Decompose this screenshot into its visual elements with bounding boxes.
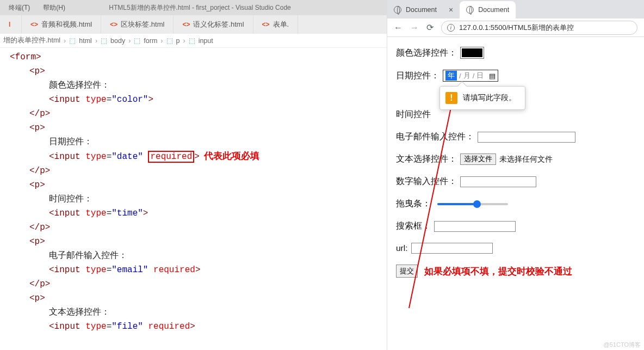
cube-icon: ⬚ bbox=[69, 36, 76, 45]
breadcrumb[interactable]: 增的表单控件.html ›⬚html ›⬚body ›⬚form ›⬚p ›⬚i… bbox=[0, 34, 387, 48]
url-label: url: bbox=[396, 243, 408, 253]
back-icon[interactable]: ← bbox=[394, 23, 403, 33]
browser-window: Document × Document ← → ⟳ i 127.0.0.1:55… bbox=[387, 0, 644, 350]
info-icon[interactable]: i bbox=[447, 24, 455, 32]
window-title: HTML5新增的表单控件.html - first_porject - Visu… bbox=[78, 3, 387, 13]
html-icon: l bbox=[9, 21, 10, 28]
html-icon: <> bbox=[182, 21, 190, 28]
annotation-validation: 如果必填项不填，提交时校验不通过 bbox=[424, 265, 572, 278]
editor-tab-3[interactable]: <>表单. bbox=[253, 15, 299, 34]
warning-icon: ! bbox=[445, 92, 457, 104]
required-highlight: required bbox=[148, 151, 194, 163]
color-label: 颜色选择控件： bbox=[396, 47, 457, 59]
file-label: 文本选择控件： bbox=[396, 153, 457, 165]
submit-button[interactable]: 提交 bbox=[396, 265, 418, 278]
cube-icon: ⬚ bbox=[134, 36, 140, 45]
cube-icon: ⬚ bbox=[166, 36, 173, 45]
date-input[interactable]: 年 /月 /日 ▤ bbox=[443, 70, 498, 82]
annotation-arrow bbox=[387, 37, 644, 342]
browser-tabs: Document × Document bbox=[387, 0, 644, 19]
annotation-required: 代表此项必填 bbox=[204, 151, 259, 161]
cube-icon: ⬚ bbox=[101, 36, 107, 45]
breadcrumb-file[interactable]: 增的表单控件.html bbox=[3, 36, 60, 45]
file-choose-button[interactable]: 选择文件 bbox=[460, 153, 496, 165]
globe-icon bbox=[466, 6, 474, 14]
address-bar[interactable]: i 127.0.0.1:5500/HTML5新增的表单控 bbox=[441, 21, 637, 35]
search-input[interactable] bbox=[434, 221, 516, 232]
tab-title: Document bbox=[478, 6, 509, 14]
browser-tab-0[interactable]: Document × bbox=[387, 1, 460, 19]
number-input[interactable] bbox=[460, 176, 536, 187]
html-icon: <> bbox=[110, 21, 117, 28]
date-label: 日期控件： bbox=[396, 70, 439, 82]
email-input[interactable] bbox=[478, 132, 575, 143]
watermark: @51CTO博客 bbox=[604, 341, 641, 349]
date-year-ph: 年 bbox=[445, 71, 457, 81]
search-label: 搜索框： bbox=[396, 220, 431, 232]
close-icon[interactable]: × bbox=[449, 5, 453, 14]
browser-tab-1[interactable]: Document bbox=[460, 1, 516, 19]
editor-tab-1[interactable]: <>区块标签.html bbox=[101, 15, 174, 34]
html-icon: <> bbox=[30, 21, 38, 28]
email-label: 电子邮件输入控件： bbox=[396, 131, 474, 143]
menu-terminal[interactable]: 终端(T) bbox=[9, 3, 30, 13]
editor-tab-partial[interactable]: l bbox=[0, 15, 22, 34]
tooltip-text: 请填写此字段。 bbox=[463, 93, 516, 103]
file-status: 未选择任何文件 bbox=[499, 155, 553, 164]
editor-tab-0[interactable]: <>音频和视频.html bbox=[22, 15, 101, 34]
vscode-titlebar: 终端(T) 帮助(H) HTML5新增的表单控件.html - first_po… bbox=[0, 0, 387, 15]
calendar-icon[interactable]: ▤ bbox=[489, 72, 496, 80]
menu-help[interactable]: 帮助(H) bbox=[43, 3, 65, 13]
range-label: 拖曳条： bbox=[396, 198, 431, 210]
tab-title: Document bbox=[406, 6, 437, 14]
validation-tooltip: ! 请填写此字段。 bbox=[439, 86, 525, 110]
range-input[interactable] bbox=[437, 203, 508, 205]
globe-icon bbox=[394, 6, 401, 14]
time-label: 时间控件 bbox=[396, 109, 431, 120]
reload-icon[interactable]: ⟳ bbox=[426, 22, 434, 33]
browser-toolbar: ← → ⟳ i 127.0.0.1:5500/HTML5新增的表单控 bbox=[387, 19, 644, 37]
color-input[interactable] bbox=[460, 47, 484, 59]
url-text: 127.0.0.1:5500/HTML5新增的表单控 bbox=[459, 23, 574, 33]
html-icon: <> bbox=[262, 21, 270, 28]
url-input[interactable] bbox=[411, 243, 493, 254]
cube-icon: ⬚ bbox=[189, 36, 195, 45]
number-label: 数字输入控件： bbox=[396, 176, 457, 187]
forward-icon[interactable]: → bbox=[410, 23, 419, 33]
vscode-window: 终端(T) 帮助(H) HTML5新增的表单控件.html - first_po… bbox=[0, 0, 387, 350]
editor-tab-2[interactable]: <>语义化标签.html bbox=[174, 15, 253, 34]
code-editor[interactable]: <form> <p> 颜色选择控件： <input type="color"> … bbox=[0, 48, 387, 350]
editor-tabs: l <>音频和视频.html <>区块标签.html <>语义化标签.html … bbox=[0, 15, 387, 34]
page-content: 颜色选择控件： 日期控件： 年 /月 /日 ▤ ! 请填写此字段。 bbox=[387, 37, 644, 350]
